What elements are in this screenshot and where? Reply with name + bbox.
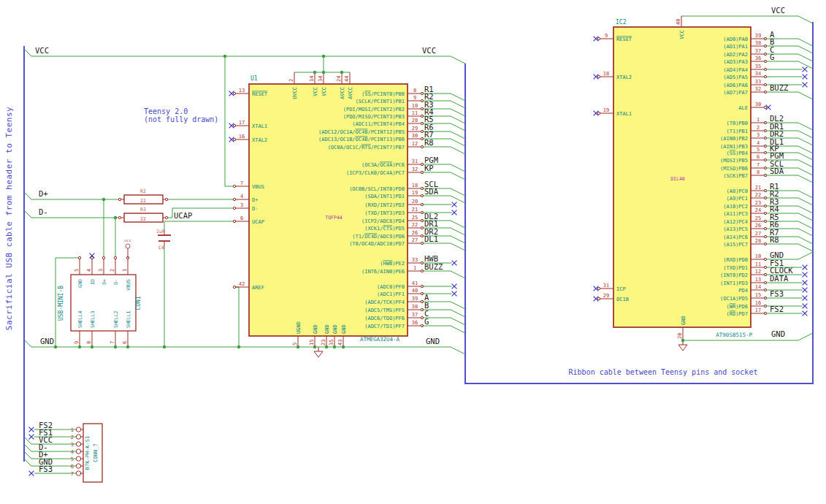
pin-name: (TXD)PD1 — [723, 265, 748, 271]
ref-label: C4 — [158, 245, 164, 251]
pin-end — [76, 457, 80, 461]
net-label: D- — [39, 207, 48, 216]
pin-end — [233, 138, 235, 140]
pin-number: 34 — [318, 76, 324, 82]
pin-number: 36 — [755, 56, 761, 61]
bus-entry — [798, 153, 813, 160]
pin-number: 38 — [755, 40, 761, 46]
pin-name: UGND — [296, 321, 302, 334]
pin-number: 3 — [757, 132, 760, 138]
net-label: D+ — [39, 189, 48, 198]
pin-end — [597, 37, 600, 39]
pin-name: (ADC13/OC1B/OC4B/PCINT13)PB6 — [318, 137, 405, 142]
pin-number: 20 — [412, 199, 418, 205]
net-label: BUZZ — [770, 83, 788, 92]
bus-entry — [24, 340, 31, 347]
pin-name: GND — [332, 324, 338, 334]
bus-entry — [24, 444, 31, 451]
pin-number: 7 — [240, 180, 243, 186]
pin-name: VCC — [313, 87, 318, 96]
ref-label: U1 — [251, 75, 258, 82]
bus-entry — [798, 244, 813, 251]
pin-name: D- — [113, 279, 119, 285]
pin-name: (ADC12/OC1A/OC4B/PCINT12)PB5 — [318, 129, 405, 135]
pin-number: 29 — [412, 126, 418, 131]
pin-number: 43 — [337, 340, 343, 345]
pin-name: (AD1)PA1 — [723, 44, 748, 50]
pin-end — [764, 106, 766, 108]
value-label: 22 — [140, 198, 146, 204]
pin-name: SHELL2 — [113, 310, 119, 328]
bus-entry — [451, 221, 465, 228]
net-label: VCC — [771, 6, 785, 15]
bus-entry — [451, 172, 465, 180]
note-ribbon-cable: Ribbon cable between Teensy pins and soc… — [539, 368, 787, 377]
pin-number: 5 — [292, 343, 298, 345]
pin-name: (A13)PC5 — [723, 226, 748, 232]
pin-number: 34 — [755, 71, 761, 77]
pin-name: OC1B — [616, 297, 629, 302]
junction-dot — [313, 71, 316, 74]
junction-dot — [114, 216, 117, 219]
pin-number: 9 — [605, 33, 608, 39]
schematic-canvas: U1TQFP44ATMEGA32U4-A13RESET17XTAL116XTAL… — [0, 0, 826, 504]
pin-name: ICP — [616, 286, 626, 292]
net-label: DATA — [770, 274, 789, 283]
pin-name: (OC3A/OC4A)PC6 — [362, 162, 405, 168]
pin-name: XTAL2 — [252, 137, 267, 143]
pin-name: (OC0B/SCL/INT0)PD0 — [349, 186, 405, 192]
bus-entry — [451, 310, 465, 317]
pin-number: 39 — [412, 296, 418, 302]
pin-number: 15 — [309, 340, 315, 345]
pin-name: (PDO/MISO/PCINT3)PB3 — [343, 114, 405, 120]
pin-number: 16 — [755, 300, 761, 306]
bus-entry — [798, 191, 813, 198]
bus-entry — [24, 192, 31, 199]
pin-name: (OC0A/OC1C/RTS/PCINT7)PB7 — [328, 145, 405, 150]
bus-entry — [451, 271, 465, 278]
pin-number: 35 — [329, 340, 334, 345]
net-label: GND — [40, 337, 54, 345]
pin-end — [76, 427, 80, 432]
pin-number: 18 — [412, 183, 418, 188]
net-label: R8 — [770, 235, 779, 244]
pin-number: 1 — [413, 265, 416, 271]
pin-name: UVCC — [292, 87, 298, 99]
bus-entry — [451, 236, 465, 243]
pin-end — [102, 256, 104, 259]
bus-entry — [451, 109, 465, 116]
bus-entry — [24, 210, 31, 218]
pin-name: ID — [90, 279, 96, 285]
pin-number: 30 — [755, 102, 761, 107]
bus-entry — [798, 123, 813, 130]
pin-number: 42 — [239, 281, 245, 287]
pin-name: GND — [681, 316, 687, 325]
pin-name: VCC — [321, 87, 327, 96]
pin-name: XTAL2 — [616, 75, 632, 80]
wire — [234, 287, 239, 347]
pin-end — [76, 464, 80, 468]
gnd-symbol-icon — [314, 351, 323, 357]
pin-name: SHELL3 — [90, 310, 96, 328]
pin-end — [597, 75, 600, 77]
pin-name: (AD3)PA3 — [723, 59, 748, 65]
pin-number: 7 — [757, 162, 760, 168]
bus-entry — [451, 101, 465, 108]
note-sacrificial-usb-cable: Sacrificial USB cable from header to Tee… — [5, 86, 14, 351]
pin-number: 32 — [412, 167, 418, 172]
bus-entry — [451, 318, 465, 325]
bus-entry — [798, 252, 813, 259]
pin-name: (AD2)PA2 — [723, 52, 748, 58]
pin-number: 2 — [757, 125, 760, 131]
junction-dot — [313, 345, 316, 348]
pin-name: (ADC1)PF1 — [377, 291, 405, 297]
junction-dot — [342, 345, 345, 348]
pin-end — [118, 216, 121, 218]
pin-name: (SS)PB4 — [726, 150, 748, 156]
pin-number: 33 — [755, 79, 761, 85]
pin-number: 23 — [755, 200, 761, 206]
net-label: SDA — [770, 167, 784, 175]
junction-dot — [114, 345, 117, 348]
pin-name: (PDI/MOSI/PCINT2)PB2 — [343, 107, 405, 112]
bus-entry — [24, 49, 31, 56]
